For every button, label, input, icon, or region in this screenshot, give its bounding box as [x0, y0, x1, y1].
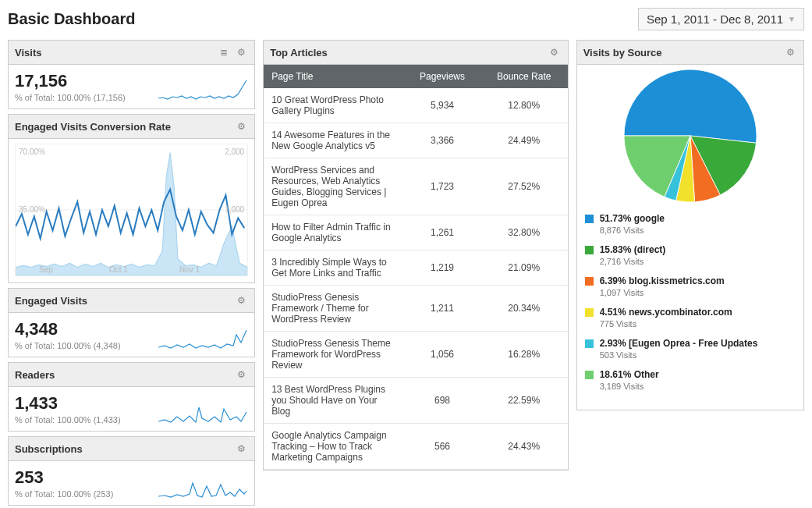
visits-pct: % of Total: 100.00% (17,156): [15, 93, 126, 102]
cell-pageviews: 698: [404, 378, 480, 424]
gear-icon[interactable]: [234, 119, 248, 133]
cell-pageviews: 1,211: [404, 286, 480, 332]
legend-item[interactable]: 51.73% google 8,876 Visits: [580, 213, 800, 235]
visits-value: 17,156: [15, 69, 126, 91]
cell-bounce: 21.09%: [480, 250, 568, 286]
widget-readers: Readers 1,433 % of Total: 100.00% (1,433…: [8, 362, 255, 432]
widget-title: Readers: [15, 369, 55, 381]
col-pageviews[interactable]: Pageviews: [404, 65, 480, 88]
cell-bounce: 20.34%: [480, 286, 568, 332]
cell-title: 13 Best WordPress Plugins you Should Hav…: [264, 378, 404, 424]
cell-bounce: 16.28%: [480, 332, 568, 378]
sparkline-subs: [158, 475, 248, 499]
legend-swatch: [585, 215, 594, 223]
col-page-title[interactable]: Page Title: [264, 65, 404, 88]
x-tick: Oct 1: [109, 265, 128, 274]
engaged-value: 4,348: [15, 318, 121, 339]
engaged-pct: % of Total: 100.00% (4,348): [15, 341, 121, 350]
legend-sub: 503 Visits: [600, 350, 758, 360]
legend-sub: 1,097 Visits: [600, 288, 725, 297]
subs-value: 253: [15, 466, 113, 488]
cell-pageviews: 1,261: [404, 215, 480, 250]
sparkline-visits: [158, 79, 248, 102]
cell-pageviews: 1,219: [404, 250, 480, 286]
table-row[interactable]: 3 Incredibly Simple Ways to Get More Lin…: [264, 250, 567, 286]
subs-pct: % of Total: 100.00% (253): [15, 489, 113, 499]
cell-bounce: 22.59%: [480, 378, 568, 424]
cell-title: Google Analytics Campaign Tracking – How…: [264, 424, 404, 470]
chevron-down-icon: ▼: [788, 15, 796, 23]
cell-title: StudioPress Genesis Theme Framework for …: [264, 332, 404, 378]
cell-title: 10 Great WordPress Photo Gallery Plugins: [264, 88, 404, 123]
gear-icon[interactable]: [234, 45, 248, 59]
legend-label: 51.73% google: [600, 213, 665, 224]
legend-swatch: [585, 308, 594, 317]
y-right-mid: 1,000: [225, 205, 244, 214]
pie-slice[interactable]: [624, 69, 757, 143]
legend-swatch: [585, 339, 594, 348]
gear-icon[interactable]: [234, 368, 248, 382]
sparkline-engaged: [158, 327, 248, 350]
legend-label: 2.93% [Eugen Oprea - Free Updates: [600, 338, 758, 349]
table-row[interactable]: How to Filter Admin Traffic in Google An…: [264, 215, 567, 250]
table-row[interactable]: 13 Best WordPress Plugins you Should Hav…: [264, 378, 567, 424]
table-row[interactable]: StudioPress Genesis Theme Framework for …: [264, 332, 567, 378]
widget-title: Top Articles: [270, 47, 328, 59]
cell-pageviews: 3,366: [404, 123, 480, 158]
gear-icon[interactable]: [234, 442, 248, 456]
table-row[interactable]: WordPress Services and Resources, Web An…: [264, 158, 567, 215]
gear-icon[interactable]: [548, 45, 562, 59]
readers-value: 1,433: [15, 392, 121, 414]
readers-pct: % of Total: 100.00% (1,433): [15, 415, 121, 425]
cell-pageviews: 1,723: [404, 158, 480, 215]
cell-pageviews: 1,056: [404, 332, 480, 378]
legend-swatch: [585, 371, 594, 379]
cell-title: How to Filter Admin Traffic in Google An…: [264, 215, 404, 250]
conversion-rate-chart[interactable]: 70.00% 35.00% 2,000 1,000 Sep Oct 1 Nov …: [15, 144, 248, 276]
widget-top-articles: Top Articles Page Title Pageviews Bounce…: [263, 40, 568, 471]
table-row[interactable]: 14 Awesome Features in the New Google An…: [264, 123, 567, 158]
legend-item[interactable]: 2.93% [Eugen Oprea - Free Updates 503 Vi…: [580, 338, 800, 360]
cell-bounce: 24.49%: [480, 123, 568, 158]
cell-pageviews: 5,934: [404, 88, 480, 123]
cell-title: 14 Awesome Features in the New Google An…: [264, 123, 404, 158]
legend-label: 15.83% (direct): [600, 244, 666, 255]
table-row[interactable]: Google Analytics Campaign Tracking – How…: [264, 424, 567, 470]
page-title: Basic Dashboard: [8, 10, 135, 28]
widget-visits-by-source: Visits by Source 51.73% google 8,876 Vis…: [576, 40, 804, 410]
report-icon[interactable]: [217, 45, 231, 59]
legend-item[interactable]: 4.51% news.ycombinator.com 775 Visits: [580, 307, 800, 329]
cell-bounce: 32.80%: [480, 215, 568, 250]
widget-title: Engaged Visits: [15, 295, 87, 307]
col-bounce-rate[interactable]: Bounce Rate: [480, 65, 568, 88]
cell-pageviews: 566: [404, 424, 480, 470]
table-row[interactable]: StudioPress Genesis Framework / Theme fo…: [264, 286, 567, 332]
table-row[interactable]: 10 Great WordPress Photo Gallery Plugins…: [264, 88, 567, 123]
y-right-top: 2,000: [225, 147, 244, 156]
date-range-picker[interactable]: Sep 1, 2011 - Dec 8, 2011 ▼: [638, 8, 804, 30]
widget-title: Engaged Visits Conversion Rate: [15, 121, 171, 133]
top-articles-table: Page Title Pageviews Bounce Rate 10 Grea…: [264, 65, 567, 470]
cell-bounce: 12.80%: [480, 88, 568, 123]
widget-engaged-visits: Engaged Visits 4,348 % of Total: 100.00%…: [8, 288, 255, 357]
gear-icon[interactable]: [234, 293, 248, 307]
legend-label: 4.51% news.ycombinator.com: [600, 307, 732, 318]
widget-visits: Visits 17,156 % of Total: 100.00% (17,15…: [8, 40, 255, 109]
widget-subscriptions: Subscriptions 253 % of Total: 100.00% (2…: [8, 436, 255, 506]
widget-title: Visits: [15, 47, 41, 59]
legend-label: 6.39% blog.kissmetrics.com: [600, 275, 725, 286]
legend-item[interactable]: 6.39% blog.kissmetrics.com 1,097 Visits: [580, 275, 800, 297]
pie-chart[interactable]: [624, 69, 757, 202]
legend-sub: 8,876 Visits: [600, 226, 665, 235]
legend-item[interactable]: 18.61% Other 3,189 Visits: [580, 369, 800, 391]
cell-title: WordPress Services and Resources, Web An…: [264, 158, 404, 215]
legend-sub: 2,716 Visits: [600, 257, 666, 266]
legend-sub: 775 Visits: [600, 319, 732, 329]
cell-title: 3 Incredibly Simple Ways to Get More Lin…: [264, 250, 404, 286]
legend-sub: 3,189 Visits: [600, 382, 659, 391]
widget-conversion-rate: Engaged Visits Conversion Rate 70.00% 35…: [8, 114, 255, 283]
cell-bounce: 24.43%: [480, 424, 568, 470]
gear-icon[interactable]: [783, 45, 797, 59]
legend-swatch: [585, 277, 594, 286]
legend-item[interactable]: 15.83% (direct) 2,716 Visits: [580, 244, 800, 266]
